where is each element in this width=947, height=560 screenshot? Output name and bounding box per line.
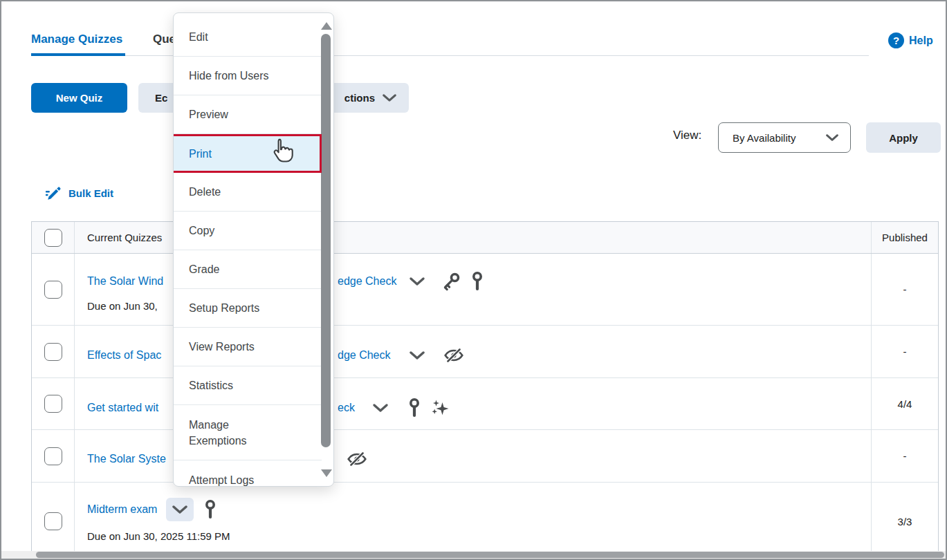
quiz-link[interactable]: Get started wit [87,400,174,416]
menu-item-delete[interactable]: Delete [174,173,322,212]
table-row: Midterm exam Due on Jun 30, 2025 11:59 P… [32,483,938,552]
column-header-published: Published [871,222,938,253]
menu-item-statistics[interactable]: Statistics [174,366,322,405]
hidden-eye-icon [347,450,367,468]
table-row: The Solar Wind edge Check [32,254,938,326]
due-date: Due on Jun 30, 2025 11:59 PM [87,528,309,545]
menu-item-manage-exemptions[interactable]: Manage Exemptions [174,405,322,460]
bulk-edit-link[interactable]: Bulk Edit [44,185,113,202]
table-row: Get started wit eck [32,378,938,430]
published-cell: - [871,430,938,482]
help-icon: ? [888,32,904,48]
menu-item-setup-reports[interactable]: Setup Reports [174,289,322,328]
quiz-link[interactable]: Midterm exam [87,503,157,516]
row-checkbox[interactable] [44,395,62,413]
horizontal-scrollbar-thumb[interactable] [36,552,944,558]
published-cell: 3/3 [871,483,938,552]
published-cell: - [871,254,938,325]
checkbox-cell [32,326,75,377]
row-checkbox[interactable] [44,281,62,299]
scrollbar-thumb[interactable] [321,34,331,447]
hidden-eye-icon [443,346,464,364]
menu-scrollbar[interactable] [320,13,331,486]
menu-item-copy[interactable]: Copy [174,212,322,250]
menu-item-edit[interactable]: Edit [174,13,322,57]
row-checkbox[interactable] [44,343,62,361]
apply-button[interactable]: Apply [866,122,941,153]
chevron-down-icon [382,93,397,102]
checkbox-cell [32,378,75,429]
pencil-icon [44,185,62,202]
help-link[interactable]: ? Help [888,32,933,48]
select-all-checkbox[interactable] [44,229,62,247]
bulk-edit-label: Bulk Edit [68,187,113,199]
tab-manage-quizzes[interactable]: Manage Quizzes [31,32,122,46]
view-dropdown[interactable]: By Availability [718,122,851,153]
quiz-link-fragment[interactable]: edge Check [338,275,396,288]
row-checkbox[interactable] [44,512,62,530]
table-row: Effects of Spac dge Check [32,326,938,378]
special-access-icon [203,499,218,520]
more-actions-label: ctions [344,92,375,104]
quiz-actions-button[interactable] [166,498,194,521]
menu-item-attempt-logs[interactable]: Attempt Logs [174,460,322,487]
published-cell: 4/4 [871,378,938,429]
hand-cursor-icon [270,137,295,169]
published-cell: - [871,326,938,377]
due-date: Due on Jun 30, [87,298,174,315]
header-checkbox-cell [32,222,75,253]
quiz-context-menu: Edit Hide from Users Preview Print Delet… [173,12,334,487]
scroll-up-arrow-icon[interactable] [321,22,332,30]
table-row: The Solar Syste - [32,430,938,483]
checkbox-cell [32,430,75,482]
quiz-link[interactable]: The Solar Syste [87,451,174,467]
help-label: Help [909,35,933,47]
chevron-down-icon[interactable] [409,277,425,286]
chevron-down-icon [825,133,839,142]
menu-item-preview[interactable]: Preview [174,95,322,134]
horizontal-scrollbar[interactable] [1,551,946,559]
quizzes-table: Current Quizzes Published The Solar Wind… [31,221,939,552]
chevron-down-icon[interactable] [372,403,389,413]
quiz-link[interactable]: The Solar Wind [87,273,174,290]
special-access-icon [407,398,422,418]
menu-item-hide-from-users[interactable]: Hide from Users [174,57,322,95]
checkbox-cell [32,483,75,552]
view-label: View: [673,129,701,142]
quiz-link-fragment[interactable]: dge Check [338,349,391,362]
quiz-link[interactable]: Effects of Spac [87,347,174,364]
print-highlight-annotation [173,134,322,173]
active-tab-underline [31,53,125,56]
checkbox-cell [32,254,75,325]
chevron-down-icon[interactable] [409,351,425,360]
key-icon [441,271,461,292]
sparkles-icon [430,398,450,418]
scroll-down-arrow-icon[interactable] [321,469,332,477]
tabbar-divider [31,55,869,56]
row-checkbox[interactable] [44,447,62,465]
special-access-icon [470,271,485,292]
new-quiz-button[interactable]: New Quiz [31,83,127,113]
table-header-row: Current Quizzes Published [32,222,938,254]
quiz-link-fragment[interactable]: eck [338,402,355,414]
menu-item-grade[interactable]: Grade [174,250,322,289]
quiz-cell: Midterm exam Due on Jun 30, 2025 11:59 P… [75,483,871,552]
manage-quizzes-page: Manage Quizzes Que ? Help New Quiz Ec ct… [0,0,947,560]
view-dropdown-value: By Availability [733,132,825,144]
menu-item-view-reports[interactable]: View Reports [174,328,322,366]
